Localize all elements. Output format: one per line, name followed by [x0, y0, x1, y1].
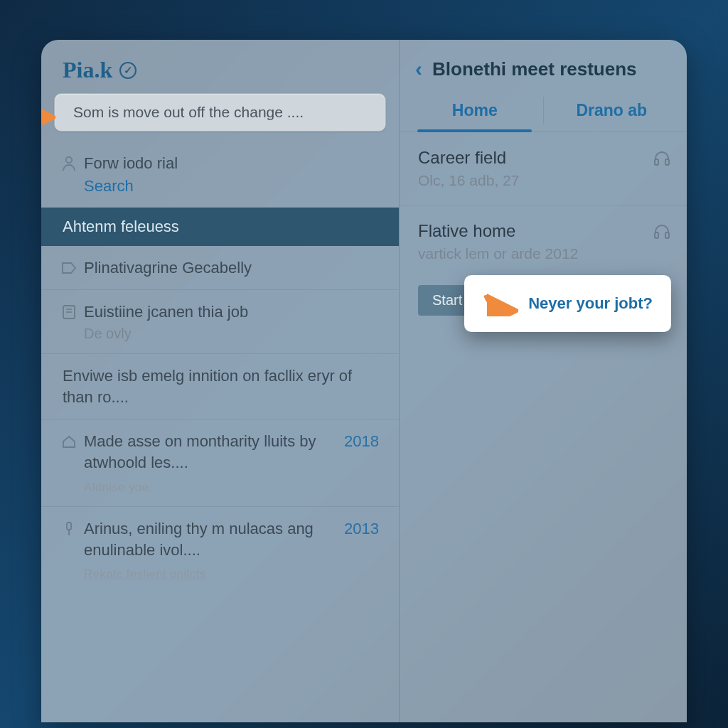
svg-rect-6	[655, 159, 658, 165]
section-header: Ahtenm feleuess	[41, 208, 399, 246]
search-wrap: Som is move out off the change ....	[41, 93, 399, 141]
list-item-sub: De ovly	[84, 326, 378, 342]
search-link[interactable]: Search	[84, 177, 378, 196]
document-icon	[61, 304, 77, 320]
list-item[interactable]: Euistiine jcanen thia job De ovly	[41, 290, 399, 354]
job-popover[interactable]: Neyer your jobt?	[464, 275, 671, 332]
back-chevron-icon[interactable]: ‹	[415, 57, 422, 81]
tab-secondary[interactable]: Drano ab	[544, 90, 680, 132]
search-input[interactable]: Som is move out off the change ....	[54, 93, 386, 132]
pin-icon	[61, 521, 77, 537]
tab-home[interactable]: Home	[407, 90, 543, 132]
verified-check-icon: ✓	[119, 62, 136, 79]
list-item-title: Euistiine jcanen thia job	[84, 301, 378, 323]
brand-logo: Pia.k	[63, 57, 112, 83]
headset-icon[interactable]	[653, 223, 671, 241]
detail-title: Blonethi meet restuens	[432, 58, 637, 80]
list-item-year: 2013	[344, 520, 379, 538]
detail-row-sub: vartick lem or arde 2012	[418, 245, 668, 262]
svg-rect-7	[665, 159, 669, 165]
popover-text: Neyer your jobt?	[528, 294, 653, 313]
callout-arrow-icon	[41, 102, 55, 133]
svg-rect-9	[665, 232, 669, 238]
detail-row[interactable]: Flative home vartick lem or arde 2012	[400, 205, 687, 278]
list-item-footer-link[interactable]: Rekatc feslient onilcts	[84, 567, 378, 582]
list-item[interactable]: 2013 Arinus, eniling thy m nulacas ang e…	[41, 507, 399, 593]
tag-icon	[61, 260, 77, 276]
list-item[interactable]: 2018 Made asse on montharity lluits by a…	[41, 419, 399, 506]
list-item-title: Plinativagrine Gecabelly	[84, 257, 378, 279]
list-item-title: Enviwe isb emelg innition on facllix ery…	[63, 365, 378, 407]
list-item-title: Made asse on montharity lluits by atwhoo…	[84, 431, 378, 473]
hint-title: Forw iodo rial	[84, 153, 378, 174]
tab-bar: Home Drano ab	[400, 90, 687, 132]
headset-icon[interactable]	[653, 149, 671, 168]
detail-row-sub: Olc, 16 adb, 27	[418, 172, 668, 189]
svg-point-0	[66, 157, 72, 163]
detail-header: ‹ Blonethi meet restuens	[400, 40, 687, 90]
list-item[interactable]: Plinativagrine Gecabelly	[41, 246, 399, 291]
detail-row-title: Career field	[418, 148, 668, 168]
list-item[interactable]: Enviwe isb emelg innition on facllix ery…	[41, 354, 399, 419]
start-row: Start Neyer your jobt?	[400, 278, 687, 323]
person-icon	[61, 156, 77, 171]
detail-row[interactable]: Career field Olc, 16 adb, 27	[400, 132, 687, 205]
right-pane: ‹ Blonethi meet restuens Home Drano ab C…	[400, 40, 687, 722]
brand-row: Pia.k ✓	[41, 40, 399, 93]
detail-row-title: Flative home	[418, 221, 668, 241]
left-pane: Pia.k ✓ Som is move out off the change .…	[41, 40, 400, 722]
svg-rect-4	[67, 523, 71, 530]
search-hint-block: Forw iodo rial Search	[41, 141, 399, 208]
list-item-title: Arinus, eniling thy m nulacas ang enulin…	[84, 518, 378, 560]
app-card: Pia.k ✓ Som is move out off the change .…	[41, 40, 687, 722]
search-text: Som is move out off the change ....	[73, 104, 304, 121]
home-icon	[61, 434, 77, 449]
callout-arrow-icon	[483, 291, 518, 316]
list-item-footer: Aldnise yoe.	[84, 481, 378, 495]
svg-rect-8	[655, 232, 658, 238]
list-item-year: 2018	[344, 432, 379, 451]
